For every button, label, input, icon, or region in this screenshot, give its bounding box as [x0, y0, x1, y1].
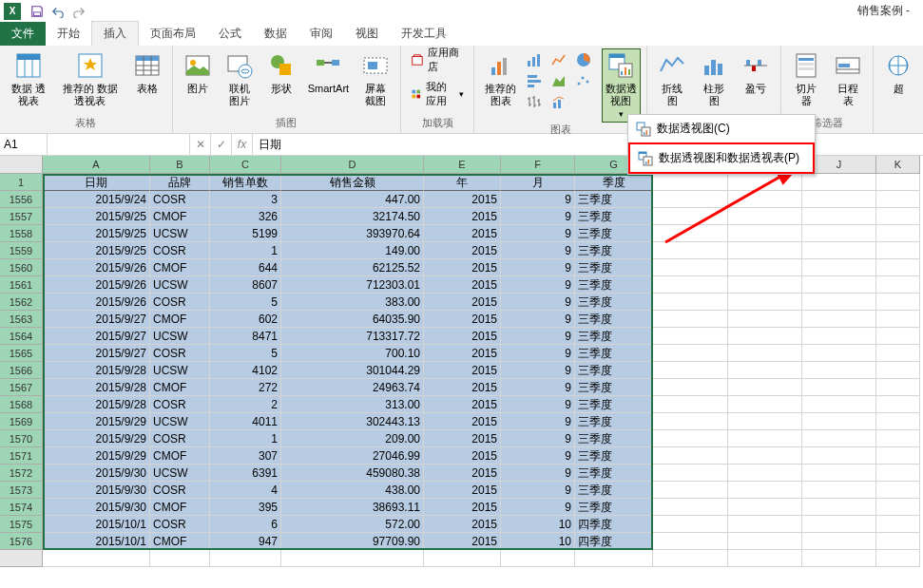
table-cell[interactable]: CMOF — [150, 379, 210, 396]
row-header[interactable]: 1559 — [0, 242, 43, 259]
row-header[interactable]: 1560 — [0, 259, 43, 276]
hyperlink-button[interactable]: 超 — [879, 48, 917, 97]
table-cell[interactable]: 5 — [210, 345, 281, 362]
table-cell[interactable]: 9 — [501, 345, 575, 362]
chart-type-stock[interactable] — [526, 92, 548, 111]
table-cell[interactable]: CMOF — [150, 447, 210, 465]
tab-review[interactable]: 审阅 — [298, 22, 344, 46]
table-cell[interactable]: 2015 — [424, 259, 501, 276]
table-cell[interactable]: 三季度 — [575, 362, 653, 379]
table-cell[interactable]: 2015 — [424, 276, 501, 294]
sparkline-column-button[interactable]: 柱形图 — [695, 48, 733, 109]
table-cell[interactable]: 2015 — [424, 482, 501, 499]
table-cell[interactable]: 9 — [501, 242, 575, 259]
table-cell[interactable]: 9 — [501, 311, 575, 328]
chart-type-scatter[interactable] — [575, 71, 598, 90]
table-cell[interactable]: 10 — [501, 516, 575, 533]
table-cell[interactable]: 2015 — [424, 533, 501, 550]
row-header[interactable]: 1567 — [0, 379, 43, 396]
table-cell[interactable]: 9 — [501, 465, 575, 482]
table-cell[interactable]: 10 — [501, 533, 575, 550]
table-cell[interactable]: UCSW — [150, 225, 210, 242]
table-cell[interactable]: 2015/9/28 — [43, 379, 150, 396]
table-cell[interactable]: 2015 — [424, 328, 501, 345]
table-cell[interactable]: 2015 — [424, 465, 501, 482]
table-cell[interactable]: 712303.01 — [281, 276, 424, 294]
redo-button[interactable] — [69, 2, 88, 21]
table-cell[interactable]: 313.00 — [281, 396, 424, 413]
table-cell[interactable]: CMOF — [150, 259, 210, 276]
table-cell[interactable]: 2015 — [424, 413, 501, 430]
table-header-cell[interactable]: 年 — [424, 174, 501, 191]
row-header[interactable]: 1556 — [0, 191, 43, 208]
table-cell[interactable]: 2015 — [424, 311, 501, 328]
column-header[interactable]: B — [150, 156, 210, 174]
table-cell[interactable]: COSR — [150, 482, 210, 499]
table-cell[interactable]: COSR — [150, 294, 210, 311]
row-header[interactable]: 1558 — [0, 225, 43, 242]
table-cell[interactable]: 700.10 — [281, 345, 424, 362]
table-cell[interactable]: 三季度 — [575, 242, 653, 259]
table-cell[interactable]: 24963.74 — [281, 379, 424, 396]
row-header[interactable]: 1575 — [0, 516, 43, 533]
row-header[interactable]: 1562 — [0, 294, 43, 311]
table-cell[interactable]: 149.00 — [281, 242, 424, 259]
table-cell[interactable]: 395 — [210, 499, 281, 516]
table-cell[interactable]: 2015 — [424, 208, 501, 225]
table-cell[interactable]: 2015/9/29 — [43, 447, 150, 465]
table-cell[interactable]: 2015 — [424, 379, 501, 396]
table-cell[interactable]: 三季度 — [575, 191, 653, 208]
table-cell[interactable]: 459080.38 — [281, 465, 424, 482]
table-header-cell[interactable]: 季度 — [575, 174, 653, 191]
table-cell[interactable]: 8471 — [210, 328, 281, 345]
column-header[interactable]: C — [210, 156, 281, 174]
table-cell[interactable]: 5199 — [210, 225, 281, 242]
table-cell[interactable]: 三季度 — [575, 276, 653, 294]
table-cell[interactable]: 2015/9/30 — [43, 465, 150, 482]
table-cell[interactable]: 三季度 — [575, 379, 653, 396]
table-cell[interactable]: 272 — [210, 379, 281, 396]
table-cell[interactable]: 三季度 — [575, 208, 653, 225]
table-cell[interactable]: 2015/9/26 — [43, 276, 150, 294]
online-pictures-button[interactable]: 联机图片 — [221, 48, 259, 109]
slicer-button[interactable]: 切片器 — [787, 48, 825, 109]
table-cell[interactable]: 9 — [501, 294, 575, 311]
tab-dev[interactable]: 开发工具 — [390, 22, 458, 46]
table-cell[interactable]: 2015 — [424, 430, 501, 447]
table-cell[interactable]: 2015/10/1 — [43, 516, 150, 533]
sparkline-line-button[interactable]: 折线图 — [653, 48, 691, 109]
sparkline-winloss-button[interactable]: 盈亏 — [737, 48, 775, 97]
table-cell[interactable]: 三季度 — [575, 413, 653, 430]
row-header[interactable]: 1573 — [0, 482, 43, 499]
table-cell[interactable]: 三季度 — [575, 482, 653, 499]
table-cell[interactable]: 2015/10/1 — [43, 533, 150, 550]
table-cell[interactable]: 9 — [501, 413, 575, 430]
row-header[interactable]: 1557 — [0, 208, 43, 225]
table-cell[interactable]: CMOF — [150, 499, 210, 516]
table-cell[interactable]: 2015/9/29 — [43, 413, 150, 430]
app-store-button[interactable]: 应用商店 — [407, 44, 468, 76]
table-cell[interactable]: 9 — [501, 362, 575, 379]
column-header[interactable]: F — [501, 156, 575, 174]
table-cell[interactable]: 2015/9/30 — [43, 482, 150, 499]
save-button[interactable] — [28, 2, 47, 21]
table-cell[interactable]: 438.00 — [281, 482, 424, 499]
table-cell[interactable]: 4102 — [210, 362, 281, 379]
table-cell[interactable]: 9 — [501, 259, 575, 276]
tab-data[interactable]: 数据 — [253, 22, 298, 46]
row-header[interactable]: 1563 — [0, 311, 43, 328]
table-cell[interactable]: 6 — [210, 516, 281, 533]
table-cell[interactable]: 97709.90 — [281, 533, 424, 550]
name-box[interactable] — [0, 134, 48, 155]
table-cell[interactable]: COSR — [150, 516, 210, 533]
table-cell[interactable]: COSR — [150, 242, 210, 259]
table-cell[interactable]: 302443.13 — [281, 413, 424, 430]
table-cell[interactable]: UCSW — [150, 413, 210, 430]
recommended-chart-button[interactable]: 推荐的 图表 — [480, 48, 521, 109]
table-cell[interactable]: 2015 — [424, 225, 501, 242]
table-cell[interactable]: 三季度 — [575, 294, 653, 311]
table-cell[interactable]: 2015/9/25 — [43, 242, 150, 259]
tab-layout[interactable]: 页面布局 — [139, 22, 207, 46]
table-cell[interactable]: 2015/9/28 — [43, 362, 150, 379]
table-cell[interactable]: 8607 — [210, 276, 281, 294]
